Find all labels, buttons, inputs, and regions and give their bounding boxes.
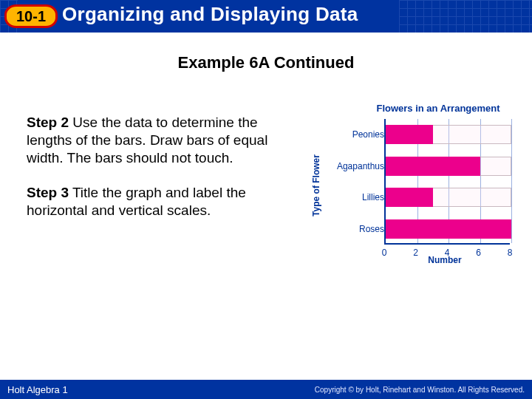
category-label: Peonies (331, 129, 384, 140)
gridline (511, 119, 512, 243)
chart: Flowers in an Arrangement Type of Flower… (318, 103, 517, 281)
bar-agapanthus (386, 157, 480, 176)
tick-label: 6 (476, 248, 481, 258)
footer: Holt Algebra 1 Copyright © by Holt, Rine… (0, 380, 532, 399)
header-bar: 10-1 Organizing and Displaying Data (0, 0, 532, 33)
lesson-badge: 10-1 (4, 4, 58, 28)
category-label: Lillies (331, 192, 384, 202)
step-2-label: Step 2 (27, 115, 69, 130)
step-3: Step 3 Title the graph and label the hor… (27, 184, 300, 219)
y-axis-label: Type of Flower (311, 154, 321, 216)
chart-title: Flowers in an Arrangement (359, 103, 517, 115)
bar-lillies (386, 188, 433, 207)
bar-roses (386, 219, 511, 239)
step-2: Step 2 Use the data to determine the len… (27, 114, 300, 166)
tick-label: 0 (382, 248, 387, 258)
footer-copyright: Copyright © by Holt, Rinehart and Winsto… (315, 386, 525, 394)
tick-label: 2 (413, 248, 418, 258)
example-title: Example 6A Continued (0, 53, 532, 72)
step-3-label: Step 3 (27, 185, 69, 200)
category-label: Agapanthus (331, 161, 384, 171)
page-title: Organizing and Displaying Data (62, 3, 358, 26)
decorative-grid-right (399, 0, 532, 33)
footer-brand: Holt Algebra 1 (7, 384, 68, 395)
tick-label: 4 (445, 248, 450, 258)
body-text: Step 2 Use the data to determine the len… (27, 114, 300, 237)
category-label: Roses (331, 224, 384, 234)
tick-label: 8 (508, 248, 513, 258)
plot-area (384, 119, 510, 245)
bar-peonies (386, 125, 433, 144)
